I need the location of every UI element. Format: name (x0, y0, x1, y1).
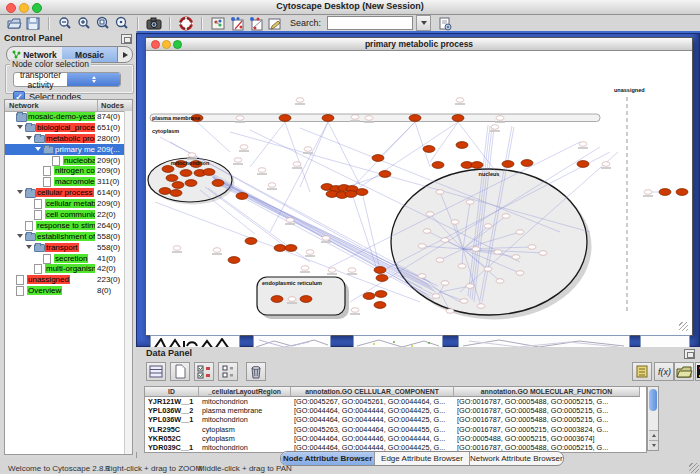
network-window-titlebar[interactable]: primary metabolic process (146, 38, 692, 51)
node[interactable] (376, 275, 388, 282)
node[interactable] (426, 212, 434, 217)
node[interactable] (348, 268, 356, 273)
expand-arrow-icon[interactable] (26, 136, 32, 140)
tree-row[interactable]: nitrogen compo209(0) (5, 165, 132, 176)
tree-row[interactable]: response to stimulu264(0) (5, 220, 132, 231)
node[interactable] (258, 168, 266, 173)
node[interactable] (579, 142, 587, 147)
node[interactable] (466, 284, 474, 289)
tree-row[interactable]: biological_process651(0) (5, 122, 132, 133)
node[interactable] (451, 220, 459, 225)
node[interactable] (502, 214, 510, 219)
tree-row[interactable]: Overview8(0) (5, 285, 132, 296)
node[interactable] (279, 115, 291, 122)
matrix-icon[interactable] (695, 362, 700, 381)
node[interactable] (432, 294, 440, 299)
attribute-batch-icon[interactable] (632, 362, 652, 381)
save-icon[interactable] (25, 16, 41, 31)
tree-row[interactable]: cellular metabol209(0) (5, 198, 132, 209)
tree-row[interactable]: transport558(0) (5, 242, 132, 253)
node[interactable] (166, 175, 178, 182)
node[interactable] (441, 281, 449, 286)
table-row[interactable]: YPL036W__1mitochondrion[GO:0044464, GO:0… (145, 415, 646, 424)
node[interactable] (372, 155, 384, 162)
node[interactable] (322, 115, 334, 122)
node[interactable] (363, 293, 375, 300)
edge[interactable] (211, 173, 422, 288)
tree-row[interactable]: unassigned223(0) (5, 274, 132, 285)
node[interactable] (456, 98, 464, 103)
snapshot-camera-icon[interactable] (146, 16, 162, 31)
node[interactable] (644, 190, 652, 195)
node[interactable] (296, 98, 304, 103)
node[interactable] (539, 251, 547, 256)
node[interactable] (274, 245, 286, 252)
expand-arrow-icon[interactable] (26, 245, 32, 249)
node[interactable] (446, 309, 454, 314)
tree-col-network[interactable]: Network (9, 101, 39, 110)
scrollbar-thumb[interactable] (649, 389, 657, 411)
expand-arrow-icon[interactable] (17, 190, 23, 194)
node[interactable] (301, 266, 309, 271)
node[interactable] (409, 115, 421, 122)
layout-a-icon[interactable] (229, 16, 245, 31)
node[interactable] (418, 244, 426, 249)
table-row[interactable]: YPL036W__2plasma membrane[GO:0044464, GO… (145, 406, 646, 415)
node[interactable] (516, 230, 524, 235)
search-dropdown-button[interactable] (416, 15, 431, 31)
node[interactable] (170, 190, 182, 197)
select-attributes-icon[interactable] (194, 362, 214, 381)
edge[interactable] (270, 122, 328, 232)
node[interactable] (528, 245, 536, 250)
node[interactable] (521, 160, 533, 167)
node[interactable] (351, 308, 359, 313)
edge[interactable] (300, 122, 328, 187)
node[interactable] (432, 162, 444, 169)
node[interactable] (173, 246, 181, 251)
node[interactable] (441, 238, 449, 243)
tree-row[interactable]: mosaic-demo-yeast874(0) (5, 111, 132, 122)
node[interactable] (496, 279, 504, 284)
table-scrollbar[interactable] (647, 386, 659, 451)
node[interactable] (494, 250, 502, 255)
tree-row[interactable]: macromolecule311(0) (5, 176, 132, 187)
formula-icon[interactable]: f(x) (654, 362, 674, 381)
table-column-header[interactable]: annotation.GO CELLULAR_COMPONENT (291, 387, 454, 397)
node[interactable] (471, 162, 483, 169)
table-row[interactable]: YLR295Ccytoplasm[GO:0045263, GO:0044464,… (145, 425, 646, 434)
node[interactable] (502, 161, 514, 168)
node[interactable] (602, 162, 610, 167)
expand-arrow-icon[interactable] (17, 234, 23, 238)
scroll-down-icon[interactable] (649, 440, 658, 450)
node[interactable] (659, 189, 671, 196)
node[interactable] (496, 116, 504, 121)
node[interactable] (491, 125, 499, 130)
table-row[interactable]: YKR052Ccytoplasm[GO:0044464, GO:0044446,… (145, 434, 646, 443)
node[interactable] (472, 247, 480, 252)
node[interactable] (458, 264, 466, 269)
tree-row[interactable]: secretion41(0) (5, 253, 132, 264)
node[interactable] (484, 224, 492, 229)
edge[interactable] (352, 194, 380, 278)
node[interactable] (345, 191, 357, 198)
node[interactable] (245, 238, 257, 245)
app-resize-grip[interactable] (689, 463, 699, 473)
import-attributes-icon[interactable] (674, 362, 694, 381)
node[interactable] (236, 116, 244, 121)
tree-row[interactable]: cellular process614(0) (5, 187, 132, 198)
node[interactable] (172, 182, 184, 189)
table-column-header[interactable]: annotation.GO MOLECULAR_FUNCTION (454, 387, 640, 397)
node[interactable] (452, 115, 464, 122)
node[interactable] (240, 145, 248, 150)
node[interactable] (356, 189, 368, 196)
layout-b-icon[interactable] (248, 16, 264, 31)
search-input[interactable] (327, 16, 413, 30)
zoom-fit-icon[interactable] (114, 16, 130, 31)
node[interactable] (188, 153, 196, 158)
open-icon[interactable] (6, 16, 22, 31)
table-column-header[interactable]: _cellularLayoutRegion (199, 387, 291, 397)
node[interactable] (159, 188, 171, 195)
node[interactable] (418, 274, 426, 279)
edge[interactable] (352, 122, 415, 188)
tree-row[interactable]: establishment of lo558(0) (5, 231, 132, 242)
